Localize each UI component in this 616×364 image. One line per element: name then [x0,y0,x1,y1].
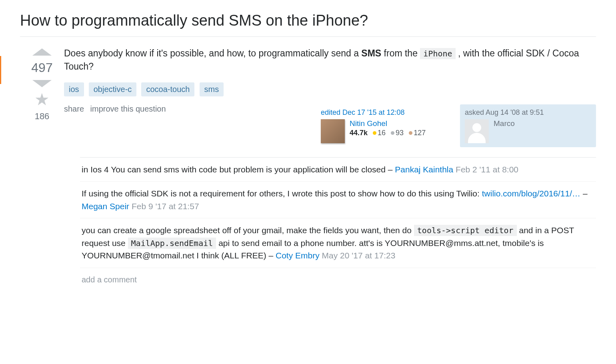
meta-actions: share improve this question [64,104,316,114]
silver-badge-icon [391,131,394,135]
question-title[interactable]: How to programmatically send SMS on the … [20,12,596,29]
asker-name: Marco [494,119,515,128]
accent-bar [0,56,1,84]
upvote-icon[interactable] [32,48,52,56]
tag-cocoa-touch[interactable]: cocoa-touch [141,82,194,96]
vote-cell: 497 ★ 186 [20,47,64,284]
share-link[interactable]: share [64,104,84,113]
comment: you can create a google spreadsheet off … [80,218,596,268]
star-icon[interactable]: ★ [20,91,64,108]
comment-time: Feb 2 '11 at 8:00 [456,165,518,174]
bronze-badge-icon [409,131,412,135]
tag-sms[interactable]: sms [200,82,224,96]
editor-name[interactable]: Nitin Gohel [350,119,426,128]
comment-link[interactable]: twilio.com/blog/2016/11/… [482,189,580,198]
comment-code: MailApp.sendEmail [128,238,216,249]
asker-card: asked Aug 14 '08 at 9:51 Marco [460,104,596,147]
editor-gold: 16 [378,129,386,137]
comments-list: in Ios 4 You can send sms with code but … [80,157,596,268]
downvote-icon[interactable] [32,80,52,87]
q-pre: Does anybody know if it's possible, and … [64,48,361,58]
vote-score: 497 [20,60,64,75]
editor-rep: 44.7k 16 93 127 [350,129,426,137]
comment-text: If using the official SDK is not a requi… [82,189,482,198]
comment-time: Feb 9 '17 at 21:57 [132,202,199,211]
post-body: Does anybody know if it's possible, and … [64,47,596,284]
improve-link[interactable]: improve this question [90,104,166,113]
comment: If using the official SDK is not a requi… [80,182,596,218]
asked-time: asked Aug 14 '08 at 9:51 [465,108,591,117]
comment-author[interactable]: Coty Embry [276,251,320,260]
tag-objective-c[interactable]: objective-c [89,82,137,96]
q-code: iPhone [420,48,455,59]
comment-time: May 20 '17 at 17:23 [322,251,396,260]
add-comment-link[interactable]: add a comment [80,268,596,284]
gold-badge-icon [373,131,376,135]
comment-pre: you can create a google spreadsheet off … [82,226,414,235]
question-text: Does anybody know if it's possible, and … [64,47,596,74]
divider [20,36,596,37]
post-layout: 497 ★ 186 Does anybody know if it's poss… [20,47,596,284]
favorite-count: 186 [20,111,64,122]
comment: in Ios 4 You can send sms with code but … [80,158,596,182]
tag-ios[interactable]: ios [64,82,84,96]
q-mid: from the [381,48,420,58]
asker-avatar[interactable] [465,119,489,143]
editor-avatar[interactable] [321,119,345,143]
q-bold: SMS [361,48,381,58]
editor-bronze: 127 [414,129,426,137]
comment-author[interactable]: Pankaj Kainthla [395,165,453,174]
editor-rep-val: 44.7k [350,129,368,137]
edited-time[interactable]: edited Dec 17 '15 at 12:08 [321,108,447,117]
comment-sep: – [583,189,588,198]
editor-card: edited Dec 17 '15 at 12:08 Nitin Gohel 4… [316,104,452,147]
comment-author[interactable]: Megan Speir [82,202,129,211]
editor-silver: 93 [396,129,404,137]
comment-text: in Ios 4 You can send sms with code but … [82,165,395,174]
comment-code: tools->script editor [414,225,517,236]
tags: ios objective-c cocoa-touch sms [64,82,596,96]
meta-row: share improve this question edited Dec 1… [64,104,596,147]
